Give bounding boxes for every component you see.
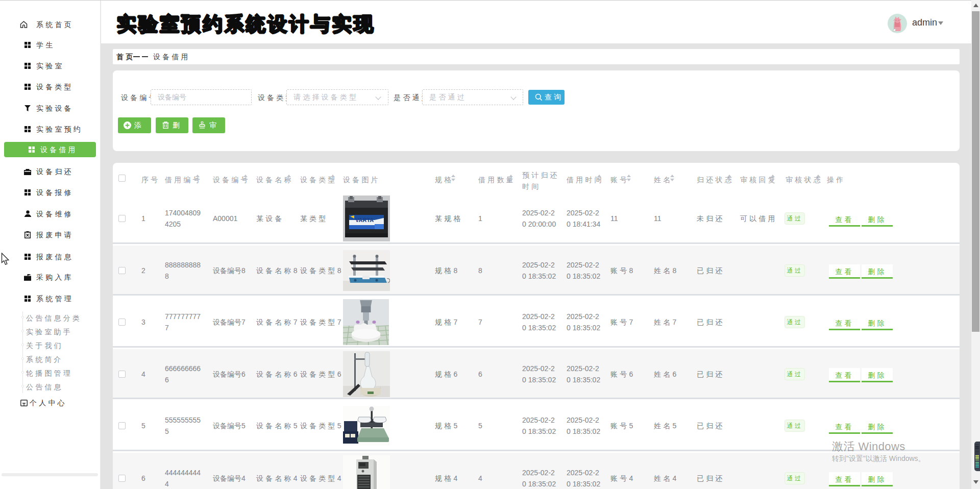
svg-text:VARTA: VARTA — [355, 217, 374, 223]
